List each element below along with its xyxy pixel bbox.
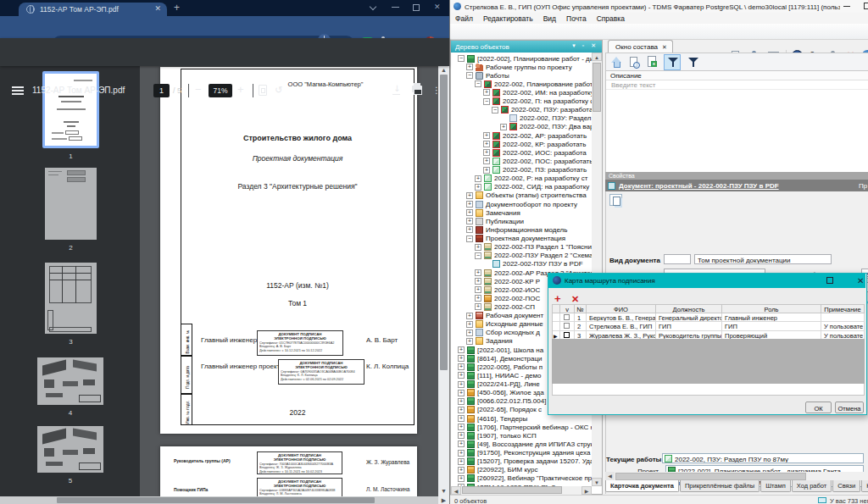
tdms-minimize-button[interactable]	[843, 6, 850, 7]
pdf-vertical-scrollbar[interactable]: ▲ ▼	[438, 66, 449, 496]
document-title-link[interactable]: Документ: проектный - 2022-002-ПЗУ ПЗУ в…	[619, 182, 848, 190]
menu-Редактировать[interactable]: Редактировать	[478, 13, 538, 23]
expand-icon[interactable]: +	[466, 201, 473, 208]
scrollbar-corner[interactable]: ▶	[438, 496, 449, 504]
browser-close-button[interactable]: ✕	[434, 3, 441, 11]
expand-icon[interactable]: +	[466, 330, 473, 336]
vid-code-input[interactable]	[664, 254, 691, 264]
zoom-out-icon[interactable]: −	[195, 83, 202, 96]
page-number-input[interactable]: 1	[153, 84, 170, 97]
expand-icon[interactable]: +	[458, 363, 465, 370]
expand-icon[interactable]: +	[466, 192, 473, 199]
expand-icon[interactable]: +	[458, 407, 465, 413]
tree-vertical-scrollbar[interactable]: ▲ ▼	[592, 53, 602, 486]
browser-maximize-button[interactable]	[413, 4, 420, 11]
dialog-close-button[interactable]: ✕	[857, 276, 864, 285]
filter-input[interactable]: Введите текст	[606, 80, 868, 90]
expand-icon[interactable]: +	[466, 313, 473, 319]
expand-icon[interactable]: +	[458, 346, 465, 353]
expand-icon[interactable]: +	[458, 424, 465, 430]
page-thumbnail-4[interactable]	[37, 357, 103, 405]
tdms-maximize-button[interactable]	[864, 3, 868, 9]
ok-button[interactable]: ОК	[805, 402, 832, 413]
expand-icon[interactable]: +	[475, 303, 481, 310]
expand-icon[interactable]: +	[458, 475, 465, 482]
collapse-icon[interactable]: −	[492, 107, 498, 114]
tab-Карточка документа[interactable]: Карточка документа	[605, 480, 679, 492]
pdf-horizontal-scrollbar[interactable]	[0, 496, 438, 504]
fit-page-icon[interactable]	[259, 85, 267, 96]
add-row-icon[interactable]: +	[554, 292, 561, 305]
expand-icon[interactable]: +	[500, 124, 507, 130]
browser-tab[interactable]: 1152-АР Том АР-ЭП.pdf ✕	[19, 3, 167, 16]
menu-Вид[interactable]: Вид	[538, 13, 561, 23]
collapse-icon[interactable]: −	[466, 235, 473, 242]
new-tab-button[interactable]: +	[174, 2, 180, 14]
rotate-icon[interactable]: ↻	[275, 85, 282, 96]
current-work-field[interactable]: 2022-002, ПЗУ: Раздел ПЗУ по 87му	[662, 453, 864, 463]
expand-icon[interactable]: +	[466, 338, 473, 345]
expand-icon[interactable]: +	[458, 458, 465, 465]
row-checkbox[interactable]	[564, 314, 570, 320]
expand-icon[interactable]: +	[475, 295, 481, 302]
print-icon[interactable]	[412, 86, 422, 92]
page-thumbnail-5[interactable]	[37, 426, 103, 473]
menu-Справка[interactable]: Справка	[592, 13, 630, 23]
tab-Связи[interactable]: Связи	[832, 480, 860, 492]
tab-close-icon[interactable]: ✕	[154, 4, 161, 13]
panel-buttons[interactable]: ▾ ▫ ✕	[572, 42, 598, 49]
search-document-icon[interactable]	[630, 57, 637, 67]
expand-icon[interactable]: +	[475, 175, 481, 182]
expand-icon[interactable]: +	[458, 467, 465, 474]
tab-close-icon[interactable]: ✕	[662, 44, 667, 50]
expand-icon[interactable]: +	[475, 184, 481, 191]
download-icon[interactable]: ↓	[393, 84, 400, 93]
expand-icon[interactable]: +	[458, 398, 465, 405]
cancel-button[interactable]: Отмена	[835, 402, 864, 413]
tab-search-icon[interactable]	[370, 3, 376, 10]
pdf-menu-icon[interactable]	[12, 86, 24, 95]
collapse-icon[interactable]: −	[458, 55, 465, 62]
copy-button[interactable]	[609, 194, 622, 206]
tab-Ход работ[interactable]: Ход работ	[792, 480, 832, 492]
expand-icon[interactable]: +	[466, 209, 473, 216]
excel-export-icon[interactable]	[648, 56, 656, 67]
tab-Штамп[interactable]: Штамп	[760, 480, 791, 492]
expand-icon[interactable]: +	[466, 321, 473, 328]
expand-icon[interactable]: +	[475, 244, 481, 251]
up-arrow-icon[interactable]	[610, 56, 622, 68]
form-horizontal-scrollbar[interactable]: ◀	[605, 472, 868, 480]
collapse-icon[interactable]: −	[475, 80, 481, 87]
expand-icon[interactable]: +	[458, 450, 465, 457]
collapse-icon[interactable]: −	[466, 72, 473, 79]
expand-icon[interactable]: +	[475, 269, 481, 276]
dialog-maximize-button[interactable]	[826, 277, 833, 284]
expand-icon[interactable]: +	[466, 226, 473, 233]
zoom-level[interactable]: 71%	[209, 84, 232, 97]
expand-icon[interactable]: +	[483, 89, 490, 96]
expand-icon[interactable]: +	[458, 415, 465, 422]
zoom-in-icon[interactable]: +	[237, 83, 244, 96]
column-header[interactable]: Описание	[606, 71, 868, 80]
expand-icon[interactable]: +	[483, 158, 490, 164]
filter-button-selected[interactable]	[664, 54, 681, 70]
row-checkbox[interactable]	[564, 323, 570, 329]
expand-icon[interactable]: +	[483, 149, 490, 156]
menu-Файл[interactable]: Файл	[450, 13, 478, 23]
expand-icon[interactable]: +	[458, 432, 465, 439]
filter-edit-icon[interactable]	[687, 57, 699, 68]
expand-icon[interactable]: +	[458, 440, 465, 447]
expand-icon[interactable]: +	[475, 286, 481, 293]
expand-icon[interactable]: +	[483, 167, 490, 174]
page-thumbnail-1[interactable]	[42, 71, 99, 148]
expand-icon[interactable]: +	[466, 218, 473, 224]
tab-Комментарии[interactable]: Комментарии	[861, 480, 868, 492]
expand-icon[interactable]: +	[458, 372, 465, 379]
tree-horizontal-scrollbar[interactable]: ◀ ▶	[451, 486, 592, 495]
page-thumbnail-2[interactable]	[45, 168, 97, 240]
expand-icon[interactable]: +	[458, 381, 465, 388]
expand-icon[interactable]: +	[466, 64, 473, 70]
pdf-more-icon[interactable]: ⋮	[432, 86, 441, 95]
browser-minimize-button[interactable]	[392, 7, 399, 8]
collapse-icon[interactable]: −	[475, 252, 481, 259]
